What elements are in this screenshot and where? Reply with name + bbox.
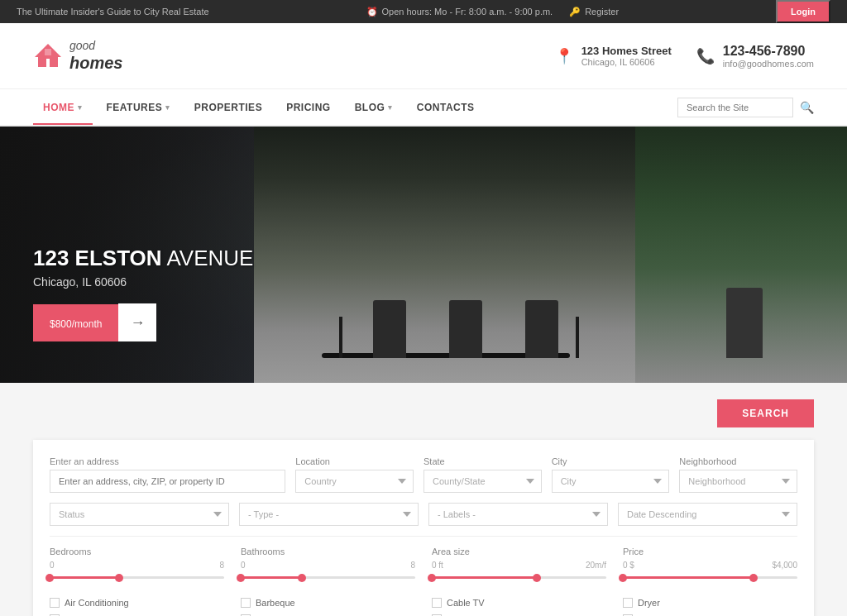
nav-item-contacts[interactable]: CONTACTS (407, 92, 485, 123)
hero-price-row: $800/month → (33, 303, 253, 341)
city-label: City (552, 456, 670, 466)
amenity-checkbox-dryer[interactable] (623, 598, 633, 608)
amenity-checkbox-ac[interactable] (50, 598, 60, 608)
location-select[interactable]: Country (295, 470, 414, 493)
state-select[interactable]: County/State (424, 470, 542, 493)
bedrooms-thumb-right[interactable] (115, 574, 123, 582)
register-link[interactable]: 🔑 Register (569, 7, 619, 17)
bathrooms-min: 0 (241, 561, 246, 570)
nav-links: HOME ▾ FEATURES ▾ PROPERTIES PRICING BLO… (33, 92, 485, 123)
amenity-cable-tv: Cable TV (432, 598, 606, 608)
price-slider-group: Price 0 $ $4,000 (623, 547, 797, 585)
bathrooms-thumb-right[interactable] (298, 574, 306, 582)
hero-table-leg1 (339, 317, 342, 358)
bedrooms-label: Bedrooms (50, 547, 224, 556)
search-icon[interactable]: 🔍 (800, 101, 814, 114)
amenities-col-4: Dryer Wi-Fi (623, 598, 797, 616)
price-thumb-left[interactable] (619, 574, 627, 582)
area-track[interactable] (432, 576, 606, 579)
bedrooms-slider-group: Bedrooms 0 8 (50, 547, 224, 585)
hours-text: ⏰ Open hours: Mo - Fr: 8:00 a.m. - 9:00 … (366, 7, 553, 17)
bathrooms-label: Bathrooms (241, 547, 415, 556)
area-thumb-right[interactable] (533, 574, 541, 582)
header-contact: 📍 123 Homes Street Chicago, IL 60606 📞 1… (555, 44, 814, 69)
price-values: 0 $ $4,000 (623, 561, 797, 570)
hero-chair1 (373, 300, 406, 358)
location-label: Location (295, 456, 414, 466)
chevron-down-icon: ▾ (388, 103, 393, 112)
price-thumb-right[interactable] (749, 574, 758, 582)
logo-icon (33, 42, 63, 69)
amenity-barbeque: Barbeque (241, 598, 415, 608)
sort-field: Date Descending (618, 503, 797, 526)
bathrooms-thumb-left[interactable] (237, 574, 245, 582)
nav-item-blog[interactable]: BLOG ▾ (345, 92, 403, 123)
bathrooms-max: 8 (410, 561, 415, 570)
bedrooms-values: 0 8 (50, 561, 224, 570)
search-card: Enter an address Location Country State … (33, 440, 814, 616)
bathrooms-fill (241, 576, 302, 579)
type-select[interactable]: - Type - (239, 503, 419, 526)
amenity-checkbox-barbeque[interactable] (241, 598, 251, 608)
key-icon: 🔑 (569, 7, 581, 17)
email-address: info@goodhomes.com (723, 59, 814, 69)
search-button[interactable]: SEARCH (717, 399, 814, 427)
hero-chair2 (449, 300, 482, 358)
clock-icon: ⏰ (366, 7, 378, 17)
amenities-section: Air Conditioning Kitchen Barbeque Laundr… (50, 598, 797, 616)
nav-item-home[interactable]: HOME ▾ (33, 92, 93, 123)
city-field: City City (552, 456, 670, 493)
area-fill (432, 576, 537, 579)
bathrooms-values: 0 8 (241, 561, 415, 570)
labels-select[interactable]: - Labels - (428, 503, 608, 526)
bedrooms-thumb-left[interactable] (45, 574, 54, 582)
bedrooms-track[interactable] (50, 576, 224, 579)
price-track[interactable] (623, 576, 797, 579)
city-select[interactable]: City (552, 470, 670, 493)
nav-item-pricing[interactable]: PRICING (276, 92, 341, 123)
amenities-col-2: Barbeque Laundry (241, 598, 415, 616)
sort-select[interactable]: Date Descending (618, 503, 797, 526)
amenity-label-dryer: Dryer (638, 598, 660, 608)
area-thumb-left[interactable] (428, 574, 436, 582)
hero-city: Chicago, IL 60606 (33, 275, 253, 289)
chevron-down-icon: ▾ (165, 103, 170, 112)
login-button[interactable]: Login (776, 0, 830, 23)
status-select[interactable]: Status (50, 503, 229, 526)
area-values: 0 ft 20m/f (432, 561, 606, 570)
location-icon: 📍 (555, 47, 573, 65)
hero-title-bold: 123 ELSTON (33, 246, 162, 270)
price-fill (623, 576, 754, 579)
amenity-label-barbeque: Barbeque (256, 598, 295, 608)
neighborhood-select[interactable]: Neighborhood (679, 470, 797, 493)
address-contact: 📍 123 Homes Street Chicago, IL 60606 (555, 45, 672, 67)
navigation: HOME ▾ FEATURES ▾ PROPERTIES PRICING BLO… (0, 89, 847, 127)
hero-price: $800/month (33, 304, 118, 341)
nav-item-properties[interactable]: PROPERTIES (184, 92, 272, 123)
phone-number: 123-456-7890 (723, 44, 814, 59)
search-section: SEARCH Enter an address Location Country… (0, 383, 847, 616)
chevron-down-icon: ▾ (78, 103, 83, 112)
area-max: 20m/f (586, 561, 606, 570)
nav-item-features[interactable]: FEATURES ▾ (97, 92, 180, 123)
top-bar: The Ultimate Insider's Guide to City Rea… (0, 0, 847, 23)
search-header: SEARCH (33, 399, 814, 427)
phone-details: 123-456-7890 info@goodhomes.com (723, 44, 814, 69)
state-label: State (424, 456, 542, 466)
amenities-col-3: Cable TV Swimming Pool (432, 598, 606, 616)
area-slider-group: Area size 0 ft 20m/f (432, 547, 606, 585)
address-field: Enter an address (50, 456, 285, 493)
hero-title: 123 ELSTON AVENUE (33, 246, 253, 271)
bedrooms-max: 8 (219, 561, 224, 570)
logo[interactable]: good homes (33, 39, 122, 73)
bathrooms-track[interactable] (241, 576, 415, 579)
nav-search: 🔍 (677, 98, 814, 117)
search-input[interactable] (677, 98, 793, 117)
address-input[interactable] (50, 470, 285, 493)
price-label: Price (623, 547, 797, 556)
hero-arrow-button[interactable]: → (118, 303, 156, 341)
amenity-checkbox-cable-tv[interactable] (432, 598, 442, 608)
amenity-label-cable-tv: Cable TV (447, 598, 485, 608)
price-min: 0 $ (623, 561, 634, 570)
amenity-label-ac: Air Conditioning (65, 598, 129, 608)
